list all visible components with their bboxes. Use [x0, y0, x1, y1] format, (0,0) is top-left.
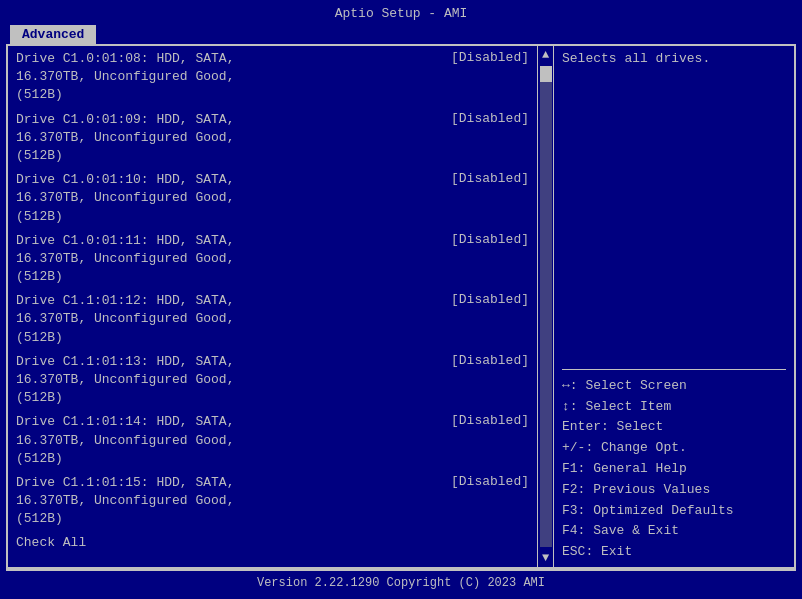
drive-name-line-2: (512B) [16, 450, 529, 468]
scroll-down-arrow[interactable]: ▼ [542, 549, 549, 567]
nav-change-opt: +/-: Change Opt. [562, 438, 786, 459]
drive-name-line-1: 16.370TB, Unconfigured Good, [16, 129, 529, 147]
drive-name: Drive C1.1:01:12: HDD, SATA,[Disabled] [16, 292, 529, 310]
drive-value: [Disabled] [445, 353, 529, 368]
footer-text: Version 2.22.1290 Copyright (C) 2023 AMI [257, 576, 545, 590]
drive-name: Drive C1.0:01:09: HDD, SATA,[Disabled] [16, 111, 529, 129]
drive-name: Drive C1.1:01:15: HDD, SATA,[Disabled] [16, 474, 529, 492]
nav-previous-values: F2: Previous Values [562, 480, 786, 501]
drive-item-drive-c1-01-10[interactable]: Drive C1.0:01:10: HDD, SATA,[Disabled]16… [16, 171, 529, 226]
main-area: Drive C1.0:01:08: HDD, SATA,[Disabled]16… [6, 44, 796, 569]
footer: Version 2.22.1290 Copyright (C) 2023 AMI [6, 569, 796, 595]
drive-value: [Disabled] [445, 292, 529, 307]
right-panel: Selects all drives. ↔: Select Screen ↕: … [554, 46, 794, 567]
tab-advanced[interactable]: Advanced [10, 25, 96, 44]
drive-name: Drive C1.0:01:11: HDD, SATA,[Disabled] [16, 232, 529, 250]
drive-name-line-1: 16.370TB, Unconfigured Good, [16, 432, 529, 450]
drive-item-drive-c1-1-01-15[interactable]: Drive C1.1:01:15: HDD, SATA,[Disabled]16… [16, 474, 529, 529]
scroll-thumb[interactable] [540, 66, 552, 82]
drive-name-line-2: (512B) [16, 329, 529, 347]
scrollbar[interactable]: ▲ ▼ [538, 46, 554, 567]
drive-name-line-1: 16.370TB, Unconfigured Good, [16, 310, 529, 328]
help-text: Selects all drives. [562, 50, 786, 363]
title-bar: Aptio Setup - AMI [0, 0, 802, 25]
nav-esc-exit: ESC: Exit [562, 542, 786, 563]
drive-value: [Disabled] [445, 474, 529, 489]
drive-item-drive-c1-01-08[interactable]: Drive C1.0:01:08: HDD, SATA,[Disabled]16… [16, 50, 529, 105]
drive-name-line-1: 16.370TB, Unconfigured Good, [16, 189, 529, 207]
drive-value: [Disabled] [445, 232, 529, 247]
left-panel: Drive C1.0:01:08: HDD, SATA,[Disabled]16… [8, 46, 538, 567]
nav-select-screen: ↔: Select Screen [562, 376, 786, 397]
nav-optimized-defaults: F3: Optimized Defaults [562, 501, 786, 522]
scroll-track[interactable] [540, 66, 552, 547]
drive-item-drive-c1-1-01-13[interactable]: Drive C1.1:01:13: HDD, SATA,[Disabled]16… [16, 353, 529, 408]
scroll-up-arrow[interactable]: ▲ [542, 46, 549, 64]
drive-item-drive-c1-01-09[interactable]: Drive C1.0:01:09: HDD, SATA,[Disabled]16… [16, 111, 529, 166]
divider [562, 369, 786, 370]
drive-name-line-2: (512B) [16, 86, 529, 104]
nav-help: ↔: Select Screen ↕: Select Item Enter: S… [562, 376, 786, 563]
drive-name-line-2: (512B) [16, 208, 529, 226]
nav-enter: Enter: Select [562, 417, 786, 438]
nav-save-exit: F4: Save & Exit [562, 521, 786, 542]
check-all[interactable]: Check All [16, 535, 529, 550]
drive-name-line-2: (512B) [16, 389, 529, 407]
drive-name-line-1: 16.370TB, Unconfigured Good, [16, 371, 529, 389]
tab-row: Advanced [0, 25, 802, 44]
drive-name-line-2: (512B) [16, 147, 529, 165]
drive-item-drive-c1-01-11[interactable]: Drive C1.0:01:11: HDD, SATA,[Disabled]16… [16, 232, 529, 287]
drive-name: Drive C1.0:01:10: HDD, SATA,[Disabled] [16, 171, 529, 189]
title-text: Aptio Setup - AMI [335, 6, 468, 21]
drive-value: [Disabled] [445, 111, 529, 126]
drive-name: Drive C1.1:01:14: HDD, SATA,[Disabled] [16, 413, 529, 431]
nav-select-item: ↕: Select Item [562, 397, 786, 418]
drive-item-drive-c1-1-01-14[interactable]: Drive C1.1:01:14: HDD, SATA,[Disabled]16… [16, 413, 529, 468]
drive-name-line-1: 16.370TB, Unconfigured Good, [16, 250, 529, 268]
drive-item-drive-c1-1-01-12[interactable]: Drive C1.1:01:12: HDD, SATA,[Disabled]16… [16, 292, 529, 347]
drive-value: [Disabled] [445, 413, 529, 428]
drive-value: [Disabled] [445, 50, 529, 65]
drive-name-line-1: 16.370TB, Unconfigured Good, [16, 492, 529, 510]
drive-name: Drive C1.1:01:13: HDD, SATA,[Disabled] [16, 353, 529, 371]
drive-name-line-2: (512B) [16, 510, 529, 528]
drive-name: Drive C1.0:01:08: HDD, SATA,[Disabled] [16, 50, 529, 68]
drive-name-line-2: (512B) [16, 268, 529, 286]
drive-value: [Disabled] [445, 171, 529, 186]
drive-name-line-1: 16.370TB, Unconfigured Good, [16, 68, 529, 86]
nav-general-help: F1: General Help [562, 459, 786, 480]
